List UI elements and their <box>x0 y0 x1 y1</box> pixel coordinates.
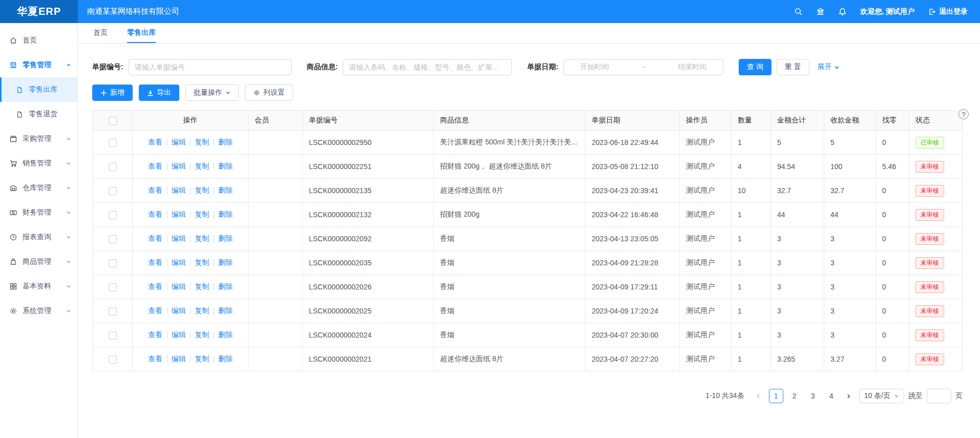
page-size-select[interactable]: 10 条/页 <box>859 389 904 403</box>
row-checkbox[interactable] <box>109 356 117 364</box>
copy-link[interactable]: 复制 <box>195 282 209 290</box>
delete-link[interactable]: 删除 <box>218 354 233 363</box>
edit-link[interactable]: 编辑 <box>172 258 186 266</box>
batch-actions-label: 批量操作 <box>194 88 222 97</box>
date-cell: 2023-04-23 20:39:41 <box>586 179 680 203</box>
help-icon[interactable]: ? <box>958 109 969 119</box>
view-link[interactable]: 查看 <box>148 186 162 194</box>
shop-icon <box>9 61 17 69</box>
edit-link[interactable]: 编辑 <box>172 282 186 290</box>
copy-link[interactable]: 复制 <box>195 138 209 146</box>
delete-link[interactable]: 删除 <box>218 210 233 218</box>
sidebar-item-system[interactable]: 系统管理 <box>0 299 77 323</box>
edit-link[interactable]: 编辑 <box>172 330 186 339</box>
delete-link[interactable]: 删除 <box>218 306 233 315</box>
view-link[interactable]: 查看 <box>148 234 162 242</box>
logout-button[interactable]: 退出登录 <box>928 7 968 16</box>
prev-page-button[interactable] <box>753 389 765 403</box>
view-link[interactable]: 查看 <box>148 210 162 218</box>
view-link[interactable]: 查看 <box>148 282 162 290</box>
tab-home[interactable]: 首页 <box>93 23 108 43</box>
member-cell <box>248 179 303 203</box>
copy-link[interactable]: 复制 <box>195 330 209 339</box>
edit-link[interactable]: 编辑 <box>172 186 186 194</box>
row-checkbox[interactable] <box>109 187 117 195</box>
view-link[interactable]: 查看 <box>148 162 162 170</box>
bill-no-input[interactable] <box>129 59 291 75</box>
page-button-1[interactable]: 1 <box>769 389 783 403</box>
page-button-4[interactable]: 4 <box>824 389 839 403</box>
copy-link[interactable]: 复制 <box>195 354 209 363</box>
sidebar-item-finance[interactable]: 财务管理 <box>0 200 77 225</box>
delete-link[interactable]: 删除 <box>218 282 233 290</box>
row-checkbox[interactable] <box>109 211 117 219</box>
view-link[interactable]: 查看 <box>148 258 162 266</box>
export-button[interactable]: 导出 <box>139 85 179 101</box>
table-row: 查看|编辑|复制|删除 LSCK00000002950 美汁源果粒橙 500ml… <box>93 131 963 155</box>
copy-link[interactable]: 复制 <box>195 162 209 170</box>
row-checkbox[interactable] <box>109 259 117 267</box>
row-checkbox[interactable] <box>109 331 117 340</box>
row-checkbox[interactable] <box>109 163 117 171</box>
delete-link[interactable]: 删除 <box>218 234 233 242</box>
sidebar-item-warehouse[interactable]: 仓库管理 <box>0 176 77 200</box>
sidebar-item-purchase[interactable]: 采购管理 <box>0 127 77 151</box>
view-link[interactable]: 查看 <box>148 354 162 363</box>
date-range-picker[interactable]: 开始时间 ~ 结束时间 <box>564 59 723 75</box>
jump-page-input[interactable] <box>927 389 951 403</box>
add-button[interactable]: 新增 <box>92 85 133 101</box>
delete-link[interactable]: 删除 <box>218 186 233 194</box>
bank-icon[interactable] <box>816 7 825 16</box>
search-button[interactable]: 查 询 <box>739 59 772 75</box>
page-button-2[interactable]: 2 <box>787 389 802 403</box>
row-checkbox[interactable] <box>109 283 117 291</box>
search-icon[interactable] <box>794 7 803 16</box>
sidebar-item-retail[interactable]: 零售管理 <box>0 53 77 77</box>
operator-cell: 测试用户 <box>680 323 732 347</box>
batch-actions-button[interactable]: 批量操作 <box>185 85 239 101</box>
view-link[interactable]: 查看 <box>148 306 162 315</box>
copy-link[interactable]: 复制 <box>195 186 209 194</box>
edit-link[interactable]: 编辑 <box>172 162 186 170</box>
next-page-button[interactable] <box>843 389 855 403</box>
sidebar-item-sales[interactable]: 销售管理 <box>0 151 77 176</box>
view-link[interactable]: 查看 <box>148 330 162 339</box>
sidebar-item-reports[interactable]: 报表查询 <box>0 225 77 249</box>
edit-link[interactable]: 编辑 <box>172 354 186 363</box>
select-all-checkbox[interactable] <box>109 117 117 125</box>
delete-link[interactable]: 删除 <box>218 162 233 170</box>
row-checkbox[interactable] <box>109 307 117 316</box>
sidebar-item-retail-return[interactable]: 零售退货 <box>0 102 77 127</box>
copy-link[interactable]: 复制 <box>195 306 209 315</box>
reset-button[interactable]: 重 置 <box>777 59 809 75</box>
sidebar-item-label: 系统管理 <box>23 306 51 316</box>
copy-link[interactable]: 复制 <box>195 258 209 266</box>
bell-icon[interactable] <box>838 7 847 16</box>
delete-link[interactable]: 删除 <box>218 258 233 266</box>
sidebar-item-basic-data[interactable]: 基本资料 <box>0 274 77 299</box>
copy-link[interactable]: 复制 <box>195 234 209 242</box>
delete-link[interactable]: 删除 <box>218 330 233 339</box>
goods-info-input[interactable] <box>343 59 512 75</box>
column-settings-button[interactable]: 列设置 <box>245 85 293 101</box>
edit-link[interactable]: 编辑 <box>172 138 186 146</box>
page-button-3[interactable]: 3 <box>806 389 820 403</box>
operator-cell: 测试用户 <box>680 251 732 275</box>
row-checkbox[interactable] <box>109 235 117 243</box>
table-row: 查看|编辑|复制|删除 LSCK00000002251 招财猫 200g， 超迷… <box>93 155 963 179</box>
chevron-down-icon <box>66 235 71 240</box>
copy-link[interactable]: 复制 <box>195 210 209 218</box>
sidebar-item-goods[interactable]: 商品管理 <box>0 249 77 274</box>
sidebar-item-home[interactable]: 首页 <box>0 28 77 53</box>
edit-link[interactable]: 编辑 <box>172 210 186 218</box>
edit-link[interactable]: 编辑 <box>172 306 186 315</box>
expand-link[interactable]: 展开 <box>818 62 840 72</box>
edit-link[interactable]: 编辑 <box>172 234 186 242</box>
tab-retail-outbound[interactable]: 零售出库 <box>127 23 156 43</box>
total-cell: 94.54 <box>771 155 824 179</box>
delete-link[interactable]: 删除 <box>218 138 233 146</box>
add-label: 新增 <box>110 88 124 97</box>
view-link[interactable]: 查看 <box>148 138 162 146</box>
sidebar-item-retail-outbound[interactable]: 零售出库 <box>0 77 77 102</box>
row-checkbox[interactable] <box>109 139 117 147</box>
